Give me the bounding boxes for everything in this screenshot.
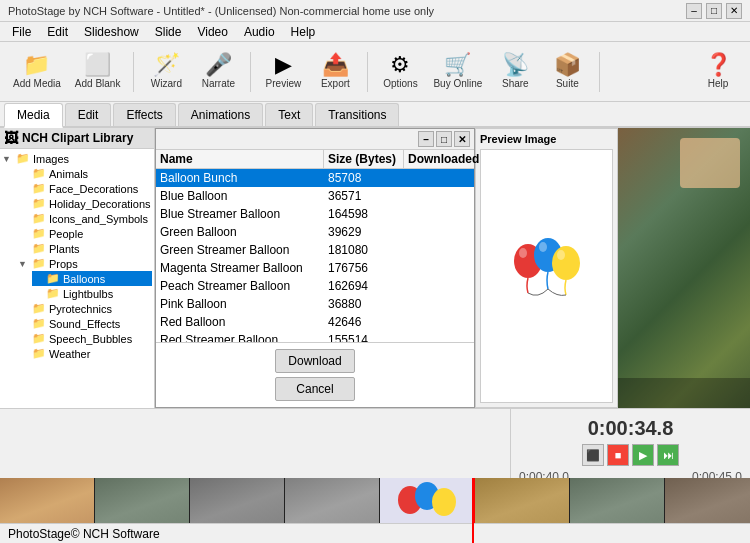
dialog-footer: Download Cancel	[156, 342, 474, 407]
status-text: PhotoStage© NCH Software	[8, 527, 160, 541]
clipart-header-label: NCH Clipart Library	[22, 131, 133, 145]
tab-text[interactable]: Text	[265, 103, 313, 126]
list-item[interactable]: Balloon Bunch 85708	[156, 169, 474, 187]
tab-transitions[interactable]: Transitions	[315, 103, 399, 126]
download-button[interactable]: Download	[275, 349, 355, 373]
narrate-label: Narrate	[202, 78, 235, 89]
col-name: Name	[156, 150, 324, 168]
tree-node-sound[interactable]: 📁 Sound_Effects	[18, 316, 152, 331]
tree-node-holiday[interactable]: 📁 Holiday_Decorations	[18, 196, 152, 211]
tree-node-face[interactable]: 📁 Face_Decorations	[18, 181, 152, 196]
tab-animations[interactable]: Animations	[178, 103, 263, 126]
video-frame	[618, 128, 751, 408]
timeline-spacer	[0, 409, 510, 478]
menu-slideshow[interactable]: Slideshow	[76, 23, 147, 41]
options-icon: ⚙	[390, 54, 410, 76]
tab-edit[interactable]: Edit	[65, 103, 112, 126]
current-time: 0:00:34.8	[588, 417, 674, 440]
menu-edit[interactable]: Edit	[39, 23, 76, 41]
stop-button[interactable]: ■	[607, 444, 629, 466]
share-button[interactable]: 📡 Share	[491, 46, 539, 98]
title-bar: PhotoStage by NCH Software - Untitled* -…	[0, 0, 750, 22]
playback-panel: 0:01:10.0 0:01:30.0 0:01:50.0 0:02:10.0 …	[510, 409, 750, 478]
trim-in-button[interactable]: ⬛	[582, 444, 604, 466]
list-item[interactable]: Red Streamer Balloon 155514	[156, 331, 474, 342]
list-item[interactable]: Red Balloon 42646	[156, 313, 474, 331]
preview-image-area	[480, 149, 613, 403]
play-forward-button[interactable]: ⏭	[657, 444, 679, 466]
toolbar-divider-2	[250, 52, 251, 92]
toolbar-divider-4	[599, 52, 600, 92]
video-overlay	[680, 138, 740, 188]
help-button[interactable]: ❓ Help	[694, 46, 742, 98]
tree-node-lightbulbs[interactable]: 📁 Lightbulbs	[32, 286, 152, 301]
preview-button[interactable]: ▶ Preview	[259, 46, 307, 98]
dialog-minimize[interactable]: –	[418, 131, 434, 147]
menu-help[interactable]: Help	[283, 23, 324, 41]
dialog-close[interactable]: ✕	[454, 131, 470, 147]
playback-controls-area: 0:01:10.0 0:01:30.0 0:01:50.0 0:02:10.0 …	[0, 408, 750, 478]
narrate-icon: 🎤	[205, 54, 232, 76]
export-button[interactable]: 📤 Export	[311, 46, 359, 98]
svg-point-4	[539, 242, 547, 252]
list-item[interactable]: Pink Balloon 36880	[156, 295, 474, 313]
add-media-button[interactable]: 📁 Add Media	[8, 46, 66, 98]
menu-file[interactable]: File	[4, 23, 39, 41]
buy-online-button[interactable]: 🛒 Buy Online	[428, 46, 487, 98]
tree-node-balloons[interactable]: 📁 Balloons	[32, 271, 152, 286]
list-item[interactable]: Blue Streamer Balloon 164598	[156, 205, 474, 223]
narrate-button[interactable]: 🎤 Narrate	[194, 46, 242, 98]
options-label: Options	[383, 78, 417, 89]
list-item[interactable]: Peach Streamer Balloon 162694	[156, 277, 474, 295]
menu-audio[interactable]: Audio	[236, 23, 283, 41]
tree-node-props[interactable]: ▼ 📁 Props	[18, 256, 152, 271]
add-blank-label: Add Blank	[75, 78, 121, 89]
suite-icon: 📦	[554, 54, 581, 76]
window-controls: – □ ✕	[686, 3, 742, 19]
close-button[interactable]: ✕	[726, 3, 742, 19]
list-item[interactable]: Magenta Streamer Balloon 176756	[156, 259, 474, 277]
list-item[interactable]: Green Balloon 39629	[156, 223, 474, 241]
add-blank-button[interactable]: ⬜ Add Blank	[70, 46, 126, 98]
tree-children-props: 📁 Balloons 📁 Lightbulbs	[18, 271, 152, 301]
share-label: Share	[502, 78, 529, 89]
tree-node-animals[interactable]: 📁 Animals	[18, 166, 152, 181]
preview-icon: ▶	[275, 54, 292, 76]
file-size: 85708	[324, 170, 404, 186]
video-preview-area	[618, 128, 751, 408]
dialog-header: – □ ✕	[156, 129, 474, 150]
play-button[interactable]: ▶	[632, 444, 654, 466]
dialog-controls: – □ ✕	[418, 131, 470, 147]
tree-node-plants[interactable]: 📁 Plants	[18, 241, 152, 256]
menu-slide[interactable]: Slide	[147, 23, 190, 41]
preview-label: Preview	[266, 78, 302, 89]
help-label: Help	[708, 78, 729, 89]
tree-node-weather[interactable]: 📁 Weather	[18, 346, 152, 361]
tree-node-images[interactable]: ▼ 📁 Images	[2, 151, 152, 166]
tab-effects[interactable]: Effects	[113, 103, 175, 126]
tree-node-speech[interactable]: 📁 Speech_Bubbles	[18, 331, 152, 346]
wizard-button[interactable]: 🪄 Wizard	[142, 46, 190, 98]
clipart-library-header: 🖼 NCH Clipart Library	[0, 128, 154, 149]
tree-node-pyrotechnics[interactable]: 📁 Pyrotechnics	[18, 301, 152, 316]
minimize-button[interactable]: –	[686, 3, 702, 19]
tree-node-people[interactable]: 📁 People	[18, 226, 152, 241]
playhead	[472, 478, 474, 543]
menu-video[interactable]: Video	[189, 23, 235, 41]
menu-bar: File Edit Slideshow Slide Video Audio He…	[0, 22, 750, 42]
preview-label: Preview Image	[480, 133, 613, 145]
suite-button[interactable]: 📦 Suite	[543, 46, 591, 98]
list-item[interactable]: Blue Balloon 36571	[156, 187, 474, 205]
svg-point-9	[432, 488, 456, 516]
options-button[interactable]: ⚙ Options	[376, 46, 424, 98]
cancel-button[interactable]: Cancel	[275, 377, 355, 401]
tree-children-images: 📁 Animals 📁 Face_Decorations 📁 Holiday_D…	[2, 166, 152, 361]
tree-node-icons[interactable]: 📁 Icons_and_Symbols	[18, 211, 152, 226]
dialog-maximize[interactable]: □	[436, 131, 452, 147]
toolbar-divider-1	[133, 52, 134, 92]
maximize-button[interactable]: □	[706, 3, 722, 19]
list-item[interactable]: Green Streamer Balloon 181080	[156, 241, 474, 259]
svg-point-5	[557, 250, 565, 260]
help-icon: ❓	[705, 54, 732, 76]
tab-media[interactable]: Media	[4, 103, 63, 128]
